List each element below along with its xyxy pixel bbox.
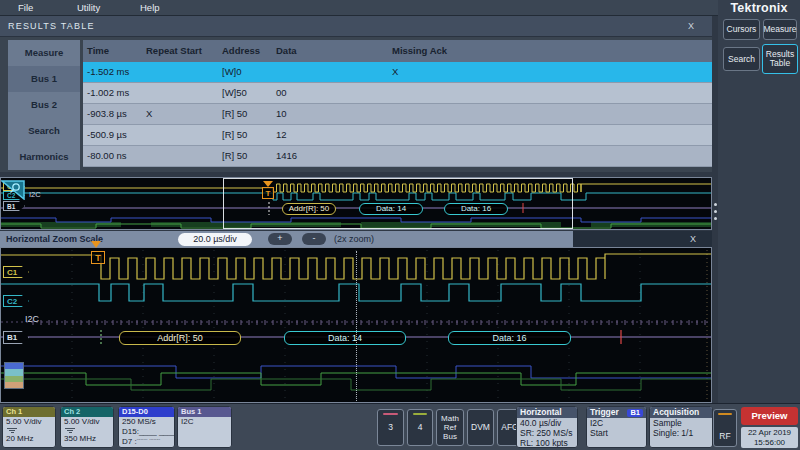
channel-badge-bus1[interactable]: Bus 1 I2C: [177, 406, 232, 448]
decode-data-box: Data: 14: [284, 331, 406, 345]
col-repeat-start: Repeat Start: [142, 40, 218, 62]
status-bar: Ch 1 5.00 V/div 20 MHz Ch 2 5.00 V/div 3…: [0, 403, 800, 450]
results-table: Time Repeat Start Address Data Missing A…: [83, 40, 712, 167]
menu-bar: File Utility Help: [0, 0, 718, 16]
menu-utility[interactable]: Utility: [77, 2, 100, 13]
table-row[interactable]: -500.9 µs [R] 50 12: [83, 125, 712, 146]
ch3-color-stripe: [383, 413, 398, 415]
menu-file[interactable]: File: [18, 2, 33, 13]
trigger-marker[interactable]: T: [91, 251, 105, 264]
channel-badge-digital[interactable]: D15-D0 250 MS/s D15:____ ____ D7 :¨¨¨¨ ¨…: [118, 406, 175, 448]
table-row[interactable]: -80.00 ns [R] 50 1416: [83, 146, 712, 167]
date-label: 22 Apr 2019: [741, 428, 798, 438]
math-ref-bus-button[interactable]: Math Ref Bus: [436, 409, 464, 446]
digital-group-label[interactable]: [4, 362, 24, 389]
col-data: Data: [272, 40, 388, 62]
results-table-titlebar: RESULTS TABLE X: [0, 16, 712, 37]
tab-harmonics[interactable]: Harmonics: [8, 144, 80, 170]
preview-button[interactable]: Preview: [741, 407, 798, 425]
measure-button[interactable]: Measure: [763, 19, 797, 40]
date-time-display: 22 Apr 2019 15:56:00: [741, 427, 798, 448]
waveform-overview: C1 C2 I2C B1 T Addr[R]: 50 Data: 14 Data…: [0, 177, 712, 230]
ground-coupling-icon: [7, 428, 18, 434]
col-address: Address: [218, 40, 272, 62]
tab-search[interactable]: Search: [8, 118, 80, 144]
cursors-button[interactable]: Cursors: [723, 19, 760, 40]
rf-color-stripe: [718, 413, 732, 415]
time-label: 15:56:00: [741, 438, 798, 448]
channel-3-button[interactable]: 3: [377, 409, 404, 446]
overflow-menu-icon[interactable]: [712, 203, 719, 220]
results-table-panel: RESULTS TABLE X Measure Bus 1 Bus 2 Sear…: [0, 16, 712, 172]
channel-badge-ch2[interactable]: Ch 2 5.00 V/div 350 MHz: [60, 406, 114, 448]
table-header: Time Repeat Start Address Data Missing A…: [83, 40, 712, 62]
menu-help[interactable]: Help: [140, 2, 160, 13]
expansion-point-line: [356, 251, 357, 401]
zoom-magnifier-icon[interactable]: [1, 180, 25, 200]
zoom-out-button[interactable]: -: [302, 233, 326, 245]
table-row[interactable]: -1.502 ms [W]0 X: [83, 62, 712, 83]
zoom-bar-label: Horizontal Zoom Scale: [6, 234, 103, 244]
table-row[interactable]: -1.002 ms [W]50 00: [83, 83, 712, 104]
horizontal-zoom-bar: Horizontal Zoom Scale 20.0 µs/div + - (2…: [0, 231, 712, 247]
bus-type-label: I2C: [29, 190, 41, 199]
dvm-button[interactable]: DVM: [467, 409, 494, 446]
tab-bus1[interactable]: Bus 1: [8, 66, 80, 92]
channel-badge-ch1[interactable]: Ch 1 5.00 V/div 20 MHz: [2, 406, 56, 448]
results-table-button[interactable]: Results Table: [762, 44, 798, 74]
panel-title: RESULTS TABLE: [8, 21, 95, 31]
table-row[interactable]: -903.8 µs X [R] 50 10: [83, 104, 712, 125]
rf-button[interactable]: RF: [713, 409, 737, 447]
zoom-window-selector[interactable]: [223, 178, 573, 229]
zoom-close-icon[interactable]: X: [690, 234, 696, 244]
col-time: Time: [83, 40, 142, 62]
acquisition-panel[interactable]: Acquisition Sample Single: 1/1: [649, 406, 713, 448]
horizontal-panel[interactable]: Horizontal 40.0 µs/div SR: 250 MS/s RL: …: [516, 406, 578, 448]
zoom-waveform-view: T C1 C2 I2C B1 Addr[R]: 50 Data: 14 Data…: [0, 247, 712, 403]
trigger-source-badge: B1: [627, 409, 643, 418]
search-button[interactable]: Search: [723, 47, 760, 71]
trigger-position-icon: [91, 241, 101, 248]
channel-4-button[interactable]: 4: [407, 409, 433, 446]
decode-addr-box: Addr[R]: 50: [119, 331, 241, 345]
tektronix-logo: Tektronix: [718, 1, 800, 15]
zoom-scale-value[interactable]: 20.0 µs/div: [178, 233, 252, 246]
ground-coupling-icon: [65, 428, 76, 434]
bus-type-label: I2C: [25, 314, 39, 324]
decode-data-box: Data: 16: [448, 331, 571, 345]
right-sidebar: Tektronix Cursors Measure Search Results…: [718, 0, 800, 403]
trigger-panel[interactable]: Trigger B1 I2C Start: [586, 406, 647, 448]
tab-measure[interactable]: Measure: [8, 40, 80, 66]
close-icon[interactable]: X: [688, 21, 694, 31]
tab-bus2[interactable]: Bus 2: [8, 92, 80, 118]
zoom-in-button[interactable]: +: [268, 233, 292, 245]
oscilloscope-ui: File Utility Help Tektronix Cursors Meas…: [0, 0, 800, 450]
col-missing-ack: Missing Ack: [388, 40, 712, 62]
results-table-tabs: Measure Bus 1 Bus 2 Search Harmonics: [8, 40, 80, 170]
zoom-factor-label: (2x zoom): [334, 234, 374, 244]
ch4-color-stripe: [413, 413, 427, 415]
